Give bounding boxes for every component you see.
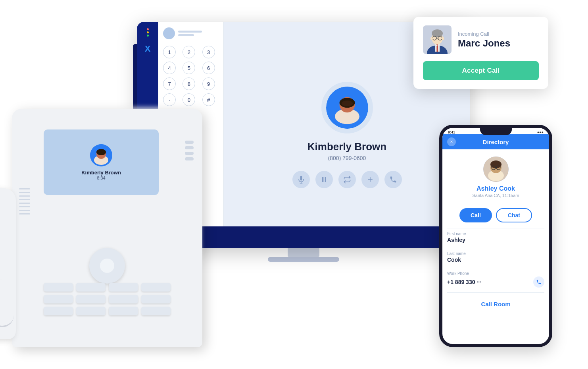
grille-line (19, 188, 30, 189)
caller-avatar (423, 25, 452, 54)
incoming-call-popup: Incoming Call Marc Jones Accept Call (413, 17, 548, 89)
svg-point-11 (442, 37, 444, 40)
dot-red (147, 28, 149, 30)
key-2[interactable]: 2 (183, 46, 195, 58)
work-phone-label: Work Phone (447, 271, 544, 276)
divider-1 (447, 228, 544, 228)
first-name-value: Ashley (447, 237, 544, 243)
dialpad-user-lines (178, 31, 202, 36)
contact-avatar-circle (321, 82, 373, 133)
phone-screen: Kimberly Brown 8:34 (44, 129, 159, 195)
work-phone-value: +1 889 330 ··· (447, 279, 481, 285)
dialpad-user-row (163, 27, 219, 39)
status-time: 9:41 (448, 130, 455, 134)
phone-key-12[interactable] (141, 307, 171, 315)
call-room-button[interactable]: Call Room (447, 296, 544, 309)
grille-line (19, 199, 30, 200)
mobile-phone: 9:41 ●●● × Directory (439, 125, 552, 347)
last-name-value: Cook (447, 257, 544, 263)
mobile-action-buttons: Call Chat (447, 208, 544, 222)
key-5[interactable]: 5 (183, 62, 195, 74)
side-btn-4[interactable] (185, 157, 194, 160)
phone-key-2[interactable] (76, 283, 106, 292)
grille-line (19, 192, 30, 193)
status-icons: ●●● (537, 130, 544, 134)
phone-body: Kimberly Brown 8:34 (12, 109, 202, 347)
work-phone-row: +1 889 330 ··· (447, 276, 544, 288)
phone-screen-time: 8:34 (97, 176, 105, 180)
monitor-base (268, 257, 339, 262)
contact-card: Ashley Cook Santa Ana CA, 11:15am (447, 149, 544, 203)
svg-point-28 (490, 160, 502, 168)
mobile-header: × Directory (442, 134, 549, 149)
side-btn-2[interactable] (185, 146, 194, 149)
add-call-button[interactable] (361, 171, 379, 188)
mobile-call-button[interactable]: Call (459, 208, 492, 222)
key-1[interactable]: 1 (163, 46, 176, 58)
line2 (178, 34, 194, 36)
svg-point-10 (430, 37, 433, 40)
phone-key-6[interactable] (76, 295, 106, 303)
phone-key-7[interactable] (109, 295, 138, 303)
key-8[interactable]: 8 (183, 77, 195, 90)
transfer-button[interactable] (338, 171, 356, 188)
mobile-header-title: Directory (459, 139, 532, 145)
handset-cord (0, 280, 14, 327)
key-6[interactable]: 6 (202, 62, 215, 74)
caller-info: Incoming Call Marc Jones (458, 31, 510, 49)
phone-screen-name: Kimberly Brown (81, 170, 121, 176)
incoming-label: Incoming Call (458, 31, 510, 37)
last-name-field: Last name Cook (447, 251, 544, 263)
phone-key-10[interactable] (76, 307, 106, 315)
grille-line (19, 206, 30, 207)
phone-nav-inner (100, 259, 114, 273)
key-hash[interactable]: # (202, 93, 215, 106)
phone-key-4[interactable] (141, 283, 171, 292)
desk-phone: Kimberly Brown 8:34 (12, 109, 202, 347)
side-btn-1[interactable] (185, 141, 194, 144)
mobile-close-button[interactable]: × (447, 137, 456, 146)
phone-key-9[interactable] (44, 307, 73, 315)
dialpad-grid: 1 2 3 4 5 6 7 8 9 · 0 # (163, 46, 219, 106)
key-dot[interactable]: · (163, 93, 176, 106)
dot-yellow (147, 31, 149, 33)
mobile-chat-button[interactable]: Chat (496, 208, 532, 222)
first-name-field: First name Ashley (447, 232, 544, 243)
divider-2 (447, 248, 544, 248)
key-4[interactable]: 4 (163, 62, 176, 74)
mobile-body: 9:41 ●●● × Directory (439, 125, 552, 347)
monitor-bottom-bar (158, 226, 470, 248)
hold-button[interactable] (315, 171, 333, 188)
grille-line (19, 203, 30, 204)
work-phone-field: Work Phone +1 889 330 ··· (447, 271, 544, 288)
phone-key-11[interactable] (109, 307, 138, 315)
end-call-button[interactable] (384, 171, 402, 188)
incoming-call-top: Incoming Call Marc Jones (423, 25, 539, 54)
phone-key-3[interactable] (109, 283, 138, 292)
phone-call-icon[interactable] (533, 276, 544, 288)
phone-keypad (44, 283, 171, 315)
phone-screen-avatar (90, 144, 112, 166)
call-controls (292, 171, 402, 188)
phone-right-buttons (185, 141, 194, 160)
svg-rect-19 (322, 177, 323, 182)
key-0[interactable]: 0 (183, 93, 195, 106)
phone-key-1[interactable] (44, 283, 73, 292)
grille-line (19, 213, 30, 214)
grille-line (19, 195, 30, 197)
first-name-label: First name (447, 232, 544, 236)
key-3[interactable]: 3 (202, 46, 215, 58)
mute-button[interactable] (292, 171, 310, 188)
key-7[interactable]: 7 (163, 77, 176, 90)
key-9[interactable]: 9 (202, 77, 215, 90)
last-name-label: Last name (447, 251, 544, 256)
divider-4 (447, 292, 544, 293)
phone-key-8[interactable] (141, 295, 171, 303)
accept-call-button[interactable]: Accept Call (423, 61, 539, 80)
contact-mobile-location: Santa Ana CA, 11:15am (472, 193, 519, 198)
scene: Incoming Call Marc Jones Accept Call X (0, 0, 588, 369)
dot-green (147, 35, 149, 37)
phone-key-5[interactable] (44, 295, 73, 303)
side-btn-3[interactable] (185, 152, 194, 155)
phone-nav[interactable] (89, 248, 125, 284)
